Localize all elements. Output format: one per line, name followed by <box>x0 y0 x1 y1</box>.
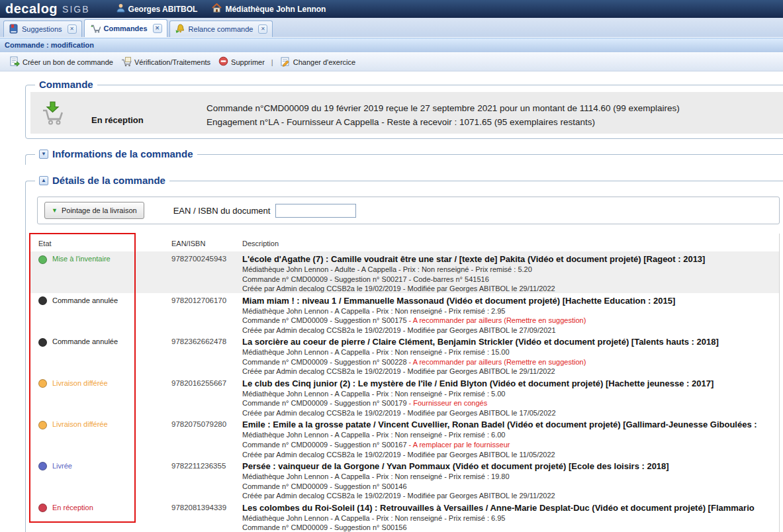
create-order-label: Créer un bon de commande <box>23 58 113 66</box>
verification-label: Vérification/Traitements <box>134 58 210 66</box>
document-order-info: Commande n° CMD00009 - Suggestion n° S00… <box>242 398 779 408</box>
order-info-text: Commande n° CMD00009 - Suggestion n° S00… <box>242 316 409 324</box>
main-content: Commande En réception Commande n°CMD0000… <box>0 71 783 532</box>
tab-suggestions[interactable]: Suggestions ✕ <box>3 21 82 37</box>
document-order-info: Commande n° CMD00009 - Suggestion n° S00… <box>242 316 779 326</box>
status-label: Commande annulée <box>52 296 118 304</box>
status-dot <box>38 462 47 470</box>
order-info-text: Commande n° CMD00009 - Suggestion n° S00… <box>242 523 407 531</box>
status-dot <box>38 296 47 305</box>
document-title: L'école d'Agathe (7) : Camille voudrait … <box>242 253 779 265</box>
header-description: Description <box>242 234 779 251</box>
change-exercise-button[interactable]: Changer d'exercice <box>276 54 359 70</box>
document-holding: Médiathèque John Lennon - A Cappella - P… <box>242 306 779 316</box>
order-note-red: - Fournisseur en congés <box>409 399 488 407</box>
toolbar-separator: | <box>271 58 273 66</box>
app-header: decalog SIGB Georges ABITBOL Médiathèque… <box>0 0 783 18</box>
delivery-check-bar: ▼ Pointage de la livraison EAN / ISBN du… <box>37 197 780 224</box>
cart-icon <box>89 23 101 34</box>
table-row[interactable]: Livraison différée 9782075079280 Emile :… <box>30 417 779 459</box>
document-audit: Créée par Admin decalog CCSB2a le 19/02/… <box>242 491 779 500</box>
document-title: Persée : vainqueur de la Gorgone / Yvan … <box>242 461 779 472</box>
status-label: Livraison différée <box>52 420 108 428</box>
table-row[interactable]: Livrée 9782211236355 Persée : vainqueur … <box>30 459 779 500</box>
order-summary-line1: Commande n°CMD00009 du 19 février 2019 r… <box>207 101 680 115</box>
current-user[interactable]: Georges ABITBOL <box>116 3 198 15</box>
order-details-title: Détails de la commande <box>52 175 165 186</box>
expand-icon[interactable]: ▼ <box>39 150 48 159</box>
tab-commandes[interactable]: Commandes ✕ <box>84 19 167 37</box>
table-row[interactable]: Mise à l'inventaire 9782700245943 L'écol… <box>30 251 779 293</box>
status-dot <box>38 504 47 512</box>
ean-value: 9782081394339 <box>171 500 242 532</box>
tab-relance-commande[interactable]: Relance commande ✕ <box>169 21 273 37</box>
change-exercise-icon <box>280 56 291 68</box>
document-holding: Médiathèque John Lennon - Adulte - A Cap… <box>242 265 779 275</box>
table-row[interactable]: Livraison différée 9782016255667 Le club… <box>30 376 779 418</box>
table-row[interactable]: En réception 9782081394339 Les colombes … <box>30 500 779 532</box>
order-summary-text: Commande n°CMD00009 du 19 février 2019 r… <box>207 101 680 129</box>
status-dot <box>38 379 47 388</box>
order-lines-table: Etat EAN/ISBN Description Mise à l'inven… <box>30 234 780 532</box>
document-title: Miam miam ! : niveau 1 / Emmanuelle Mass… <box>242 295 779 306</box>
order-info-text: Commande n° CMD00009 - Suggestion n° S00… <box>242 275 489 283</box>
document-title: La sorcière au coeur de pierre / Claire … <box>242 336 779 347</box>
order-details-section: ▲ Détails de la commande ▼ Pointage de l… <box>25 181 783 532</box>
ean-isbn-input[interactable] <box>275 204 356 218</box>
app-logo-suffix: SIGB <box>62 4 89 15</box>
ean-value: 9782075079280 <box>171 417 242 459</box>
close-icon[interactable]: ✕ <box>258 24 267 34</box>
status-label: Mise à l'inventaire <box>52 255 111 263</box>
document-holding: Médiathèque John Lennon - A Cappella - P… <box>242 389 779 399</box>
document-holding: Médiathèque John Lennon - A Cappella - P… <box>242 513 779 523</box>
delete-label: Supprimer <box>231 58 265 66</box>
table-row[interactable]: Commande annulée 9782012706170 Miam miam… <box>30 293 779 335</box>
tab-label: Commandes <box>104 24 148 32</box>
status-dot <box>38 255 47 264</box>
change-exercise-label: Changer d'exercice <box>293 58 355 66</box>
order-info-title: Informations de la commande <box>52 148 193 159</box>
order-info-text: Commande n° CMD00009 - Suggestion n° S00… <box>242 358 409 366</box>
order-note-red: - A remplacer par le fournisseur <box>409 441 510 449</box>
close-icon[interactable]: ✕ <box>153 24 162 33</box>
verification-icon <box>121 56 132 68</box>
document-title: Les colombes du Roi-Soleil (14) : Retrou… <box>242 502 779 513</box>
tab-label: Relance commande <box>189 25 253 33</box>
order-note-red: - A recommander par ailleurs (Remettre e… <box>409 316 586 324</box>
document-title: Le club des Cinq junior (2) : Le mystère… <box>242 378 779 389</box>
toolbar: Créer un bon de commande Vérification/Tr… <box>0 52 783 71</box>
collapse-icon[interactable]: ▲ <box>39 176 48 185</box>
book-icon <box>9 24 19 35</box>
order-status: En réception <box>91 115 144 125</box>
order-info-text: Commande n° CMD00009 - Suggestion n° S00… <box>242 482 407 490</box>
ean-value: 9782362662478 <box>171 334 242 376</box>
table-row[interactable]: Commande annulée 9782362662478 La sorciè… <box>30 334 779 376</box>
order-summary-line2: Engagement n°LA - Fournisseur A Cappella… <box>207 115 680 129</box>
status-label: En réception <box>52 504 93 511</box>
tab-label: Suggestions <box>22 25 62 33</box>
order-info-section: ▼ Informations de la commande <box>25 154 783 165</box>
document-order-info: Commande n° CMD00009 - Suggestion n° S00… <box>242 482 779 492</box>
delete-button[interactable]: Supprimer <box>214 54 269 69</box>
bell-icon <box>175 24 185 35</box>
close-icon[interactable]: ✕ <box>68 24 77 34</box>
status-dot <box>38 338 47 347</box>
document-holding: Médiathèque John Lennon - A Cappella - P… <box>242 347 779 357</box>
document-order-info: Commande n° CMD00009 - Suggestion n° S00… <box>242 275 779 285</box>
document-audit: Créée par Admin decalog CCSB2a le 19/02/… <box>242 408 779 417</box>
status-label: Livraison différée <box>52 379 108 387</box>
create-order-button[interactable]: Créer un bon de commande <box>5 54 117 70</box>
user-icon <box>116 3 125 15</box>
order-summary-box: En réception Commande n°CMD00009 du 19 f… <box>30 92 783 134</box>
delivery-check-button[interactable]: ▼ Pointage de la livraison <box>44 202 144 219</box>
document-title: Emile : Emile a la grosse patate / Vince… <box>242 419 779 430</box>
status-label: Commande annulée <box>52 337 118 345</box>
document-audit: Créée par Admin decalog CCSB2a le 19/02/… <box>242 284 779 292</box>
order-summary-title: Commande <box>35 79 97 90</box>
document-order-info: Commande n° CMD00009 - Suggestion n° S00… <box>242 440 779 450</box>
current-library[interactable]: Médiathèque John Lennon <box>212 3 326 15</box>
document-holding: Médiathèque John Lennon - A Cappella - P… <box>242 430 779 440</box>
verification-button[interactable]: Vérification/Traitements <box>117 54 214 70</box>
order-info-text: Commande n° CMD00009 - Suggestion n° S00… <box>242 399 409 407</box>
app-logo: decalog <box>5 1 58 17</box>
